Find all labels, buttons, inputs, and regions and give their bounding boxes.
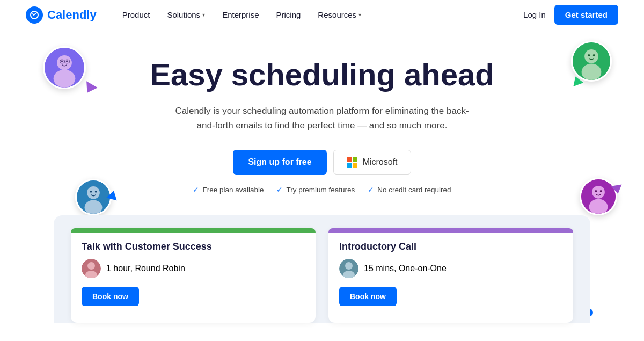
check-label: No credit card required bbox=[377, 186, 451, 194]
svg-point-5 bbox=[66, 60, 68, 62]
card-title-1: Talk with Customer Success bbox=[82, 241, 305, 252]
checkmark-icon: ✓ bbox=[276, 185, 283, 194]
svg-point-4 bbox=[61, 60, 63, 62]
checkmark-icon: ✓ bbox=[193, 185, 199, 194]
check-free-plan: ✓ Free plan available bbox=[193, 185, 264, 194]
calendly-logo-icon bbox=[26, 6, 43, 24]
check-premium: ✓ Try premium features bbox=[276, 185, 355, 194]
svg-point-3 bbox=[54, 70, 76, 88]
svg-point-21 bbox=[589, 199, 608, 215]
checkmark-icon: ✓ bbox=[368, 185, 374, 194]
get-started-button[interactable]: Get started bbox=[554, 5, 618, 25]
card-meta-2: 15 mins, One-on-One bbox=[339, 259, 562, 278]
card-color-bar-purple bbox=[328, 228, 573, 233]
chevron-down-icon: ▾ bbox=[358, 12, 361, 18]
svg-point-18 bbox=[95, 191, 97, 193]
hero-subtext: Calendly is your scheduling automation p… bbox=[166, 104, 478, 133]
hero-section: Easy scheduling ahead Calendly is your s… bbox=[0, 30, 644, 210]
svg-point-23 bbox=[600, 190, 602, 192]
nav-actions: Log In Get started bbox=[523, 5, 618, 25]
check-label: Free plan available bbox=[202, 186, 264, 194]
hero-cta-buttons: Sign up for free Microsoft bbox=[13, 150, 631, 175]
hero-heading: Easy scheduling ahead bbox=[13, 57, 631, 93]
chevron-down-icon: ▾ bbox=[202, 12, 205, 18]
signup-button[interactable]: Sign up for free bbox=[233, 150, 326, 175]
card-color-bar-green bbox=[71, 228, 316, 233]
check-no-credit: ✓ No credit card required bbox=[368, 185, 451, 194]
nav-pricing[interactable]: Pricing bbox=[276, 10, 301, 19]
card-avatar-2 bbox=[339, 259, 358, 278]
nav-enterprise[interactable]: Enterprise bbox=[222, 10, 259, 19]
avatar-bottom-right bbox=[580, 178, 617, 215]
avatar-image-3 bbox=[77, 180, 110, 214]
svg-point-12 bbox=[588, 54, 590, 56]
avatar-top-left bbox=[43, 46, 86, 89]
svg-point-17 bbox=[90, 191, 92, 193]
logo[interactable]: Calendly bbox=[26, 6, 97, 24]
check-label: Try premium features bbox=[286, 186, 355, 194]
microsoft-label: Microsoft bbox=[363, 157, 398, 167]
microsoft-signin-button[interactable]: Microsoft bbox=[333, 150, 411, 175]
card-meta-text-2: 15 mins, One-on-One bbox=[364, 264, 447, 273]
nav-solutions[interactable]: Solutions ▾ bbox=[167, 10, 205, 19]
navbar: Calendly Product Solutions ▾ Enterprise … bbox=[0, 0, 644, 30]
svg-point-13 bbox=[593, 54, 595, 56]
nav-resources[interactable]: Resources ▾ bbox=[318, 10, 361, 19]
microsoft-logo-icon bbox=[347, 157, 357, 168]
nav-links: Product Solutions ▾ Enterprise Pricing R… bbox=[122, 10, 523, 19]
scheduling-card-2: Introductory Call 15 mins, One-on-One Bo… bbox=[328, 228, 573, 323]
svg-point-22 bbox=[595, 190, 597, 192]
svg-point-15 bbox=[87, 186, 100, 199]
svg-point-16 bbox=[85, 200, 103, 215]
svg-point-11 bbox=[582, 64, 602, 81]
ui-preview-section: Talk with Customer Success 1 hour, Round… bbox=[54, 215, 590, 323]
nav-product[interactable]: Product bbox=[122, 10, 150, 19]
login-button[interactable]: Log In bbox=[523, 10, 546, 19]
book-now-button-2[interactable]: Book now bbox=[339, 287, 397, 306]
book-now-button-1[interactable]: Book now bbox=[82, 287, 139, 306]
svg-point-20 bbox=[592, 186, 605, 199]
svg-point-26 bbox=[87, 262, 95, 270]
card-title-2: Introductory Call bbox=[339, 241, 562, 252]
card-meta-1: 1 hour, Round Robin bbox=[82, 259, 305, 278]
card-avatar-1 bbox=[82, 259, 101, 278]
avatar-image-2 bbox=[573, 42, 610, 80]
svg-point-10 bbox=[584, 49, 598, 63]
avatar-image-4 bbox=[581, 179, 616, 214]
card-meta-text-1: 1 hour, Round Robin bbox=[106, 264, 185, 273]
logo-text: Calendly bbox=[47, 8, 97, 22]
avatar-image-1 bbox=[45, 48, 84, 88]
scheduling-card-1: Talk with Customer Success 1 hour, Round… bbox=[71, 228, 316, 323]
svg-point-29 bbox=[345, 262, 353, 270]
